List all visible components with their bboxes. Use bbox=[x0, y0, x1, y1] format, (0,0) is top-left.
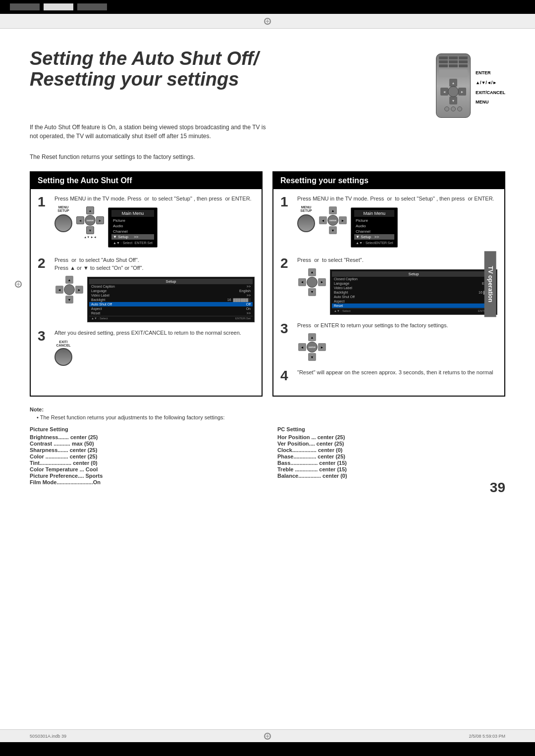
picture-brightness: Brightness....... center (25) bbox=[30, 434, 258, 440]
exit-cancel-label: EXIT/CANCEL bbox=[54, 340, 72, 347]
setup-row-autoshutoff: Auto Shut OffOff bbox=[89, 302, 253, 306]
remote-labels: ENTER ▲/▼/◄/► EXIT/CANCEL MENU bbox=[476, 53, 505, 107]
right-menu-channel: Channel bbox=[354, 229, 394, 234]
remote-dpad-center bbox=[448, 86, 459, 97]
setup-footer: ▲▼ : SelectENTER:Set bbox=[89, 316, 253, 320]
tv-operation-sidebar: TV operation bbox=[484, 251, 496, 317]
left-col-content: 1 Press MENU in the TV mode. Press or to… bbox=[31, 189, 262, 380]
right-step-2-text: Press or to select "Reset". bbox=[297, 256, 497, 264]
remote-exit-label: EXIT/CANCEL bbox=[476, 88, 505, 98]
right-step3-dpad: ▲ ▼ ◄ ► ENTER bbox=[297, 332, 327, 362]
footer-bar: 50S0301A.indb 39 2/5/08 5:59:03 PM bbox=[0, 729, 535, 742]
remote-btn bbox=[439, 60, 448, 63]
dpad-up: ▲ bbox=[86, 206, 94, 214]
right-col-content: 1 Press MENU in the TV mode. Press or to… bbox=[273, 189, 504, 396]
enter-text: ENTER bbox=[87, 219, 94, 222]
remote-dpad-left: ◄ bbox=[440, 88, 448, 96]
dpad-right: ► bbox=[339, 216, 347, 224]
right-step1-menu: Main Menu Picture Audio Channel ▼ Setup … bbox=[351, 207, 398, 248]
menu-item-channel: Channel bbox=[111, 229, 154, 234]
right-menu-picture: Picture bbox=[354, 218, 394, 223]
bottom-bar bbox=[0, 742, 535, 756]
top-bar bbox=[0, 0, 535, 14]
remote-graphic: ▲ ▼ ◄ ► ENTER ▲/▼/◄/► bbox=[416, 49, 505, 118]
setup-row-videolabel: Video Label>> bbox=[89, 293, 253, 298]
setup-row-backlight: Backlight16 ▓▓▓▓▓▓░ bbox=[89, 298, 253, 302]
dpad-center bbox=[64, 284, 75, 295]
pc-verpos: Ver Position.... center (25) bbox=[277, 441, 505, 447]
menu-circle bbox=[54, 214, 72, 232]
note-title: Note: bbox=[30, 406, 505, 412]
pc-clock: Clock................ center (0) bbox=[277, 447, 505, 453]
right-setup-footer: ▲▼ : SelectENTER:Set bbox=[332, 308, 495, 313]
right-setup-backlight: Backlight16 ▓▓▓░ bbox=[332, 290, 495, 295]
remote-big-btn bbox=[439, 69, 468, 77]
right-menu-audio: Audio bbox=[354, 223, 394, 229]
dpad-left: ◄ bbox=[298, 278, 306, 286]
dpad-down: ▼ bbox=[86, 226, 94, 234]
dpad-up: ▲ bbox=[308, 333, 316, 341]
right-menu-circle bbox=[297, 214, 315, 232]
remote-arrows-label: ▲/▼/◄/► bbox=[476, 78, 505, 88]
left-step-1-text: Press MENU in the TV mode. Press or to s… bbox=[54, 195, 255, 202]
left-step-2: 2 Press or to select "Auto Shut Off". Pr… bbox=[38, 256, 255, 322]
dpad-down: ▼ bbox=[329, 226, 337, 234]
setup-menu-title: Setup bbox=[89, 279, 253, 284]
setup-label: SETUP bbox=[54, 209, 72, 212]
footer-file-right: 2/5/08 5:59:03 PM bbox=[469, 734, 505, 739]
dpad-down: ▼ bbox=[65, 296, 73, 303]
footer-file-left: 50S0301A.indb 39 bbox=[30, 734, 66, 739]
page-number: 39 bbox=[490, 480, 505, 496]
left-col-header: Setting the Auto Shut Off bbox=[31, 172, 262, 189]
remote-menu-label: MENU bbox=[476, 98, 505, 107]
top-bar-decoration bbox=[10, 3, 40, 10]
setup-row-reset: Reset>> bbox=[89, 311, 253, 315]
remote-enter-label: ENTER bbox=[476, 68, 505, 78]
setup-row-lang: LanguageEnglish bbox=[89, 289, 253, 293]
dpad-right: ► bbox=[96, 216, 104, 224]
dpad-center bbox=[307, 277, 318, 288]
title-text: Setting the Auto Shut Off/ Resetting you… bbox=[30, 49, 416, 90]
right-column: Resetting your settings 1 Press MENU in … bbox=[272, 171, 505, 397]
left-step2-dpad: ▲ ▼ ◄ ► bbox=[54, 275, 84, 304]
left-step-2-text: Press or to select "Auto Shut Off". Pres… bbox=[54, 256, 255, 272]
remote-dpad-up: ▲ bbox=[449, 79, 457, 87]
right-menu-label: MENU bbox=[297, 205, 315, 209]
pc-treble: Treble ............... center (15) bbox=[277, 466, 505, 472]
dpad-up: ▲ bbox=[308, 268, 316, 276]
left-step-1-content: Press MENU in the TV mode. Press or to s… bbox=[54, 195, 255, 250]
picture-settings-col: Picture Setting Brightness....... center… bbox=[30, 426, 258, 486]
right-step-1-text: Press MENU in the TV mode. Press or to s… bbox=[297, 195, 497, 202]
remote-btn bbox=[459, 60, 468, 63]
description-2: The Reset function returns your settings… bbox=[30, 152, 505, 161]
left-step-2-content: Press or to select "Auto Shut Off". Pres… bbox=[54, 256, 255, 322]
left-column: Setting the Auto Shut Off 1 Press MENU i… bbox=[30, 171, 263, 397]
left-step-3: 3 After you desired setting, press EXIT/… bbox=[38, 329, 255, 366]
dpad-down: ▼ bbox=[308, 288, 316, 296]
pc-settings-col: PC Setting Hor Position ... center (25) … bbox=[277, 426, 505, 486]
right-setup-autoshutoff: Auto Shut OffOff bbox=[332, 295, 495, 299]
pc-settings-title: PC Setting bbox=[277, 426, 505, 432]
remote-btn bbox=[459, 64, 468, 67]
page-title-line2: Resetting your settings bbox=[30, 69, 416, 90]
right-step-2: 2 Press or to select "Reset". ▲ ▼ ◄ bbox=[280, 256, 497, 314]
description-1: If the Auto Shut Off feature is On, a st… bbox=[30, 123, 268, 141]
note-item-1: • The Reset function returns your adjust… bbox=[37, 414, 505, 420]
right-step-3: 3 Press or ENTER to return your settings… bbox=[280, 322, 497, 362]
right-setup-reset: Reset>> bbox=[332, 303, 495, 308]
right-setup-videolabel: Video Label>> bbox=[332, 286, 495, 290]
right-step-2-num: 2 bbox=[280, 256, 292, 270]
remote-btn bbox=[439, 64, 448, 67]
remote-btn bbox=[439, 56, 448, 59]
remote-dpad-right: ► bbox=[458, 88, 466, 96]
right-step-3-num: 3 bbox=[280, 322, 292, 336]
left-step1-dpad: ▲ ▼ ◄ ► ENTER ▲▼ ►◄ bbox=[75, 205, 105, 239]
exit-cancel-circle bbox=[54, 348, 72, 366]
right-setup-cc: Closed Caption>> bbox=[332, 277, 495, 281]
left-step-2-num: 2 bbox=[38, 256, 50, 270]
factory-settings: Picture Setting Brightness....... center… bbox=[30, 426, 505, 486]
menu-item-picture: Picture bbox=[111, 218, 154, 223]
remote-btn bbox=[459, 56, 468, 59]
dpad-left: ◄ bbox=[76, 216, 84, 224]
picture-sharpness: Sharpness....... center (25) bbox=[30, 447, 258, 453]
